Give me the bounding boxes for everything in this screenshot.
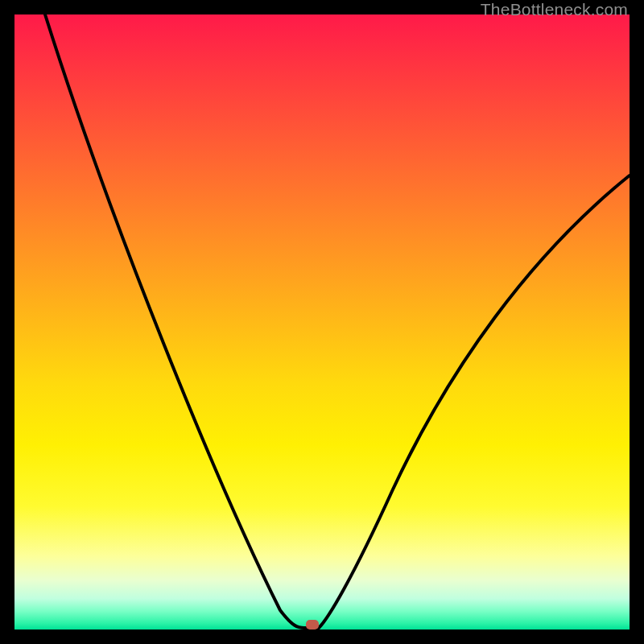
heat-gradient-background	[14, 14, 630, 630]
watermark-text: TheBottleneck.com	[481, 0, 628, 19]
optimal-point-marker	[306, 620, 319, 630]
chart-frame: TheBottleneck.com	[0, 0, 644, 644]
